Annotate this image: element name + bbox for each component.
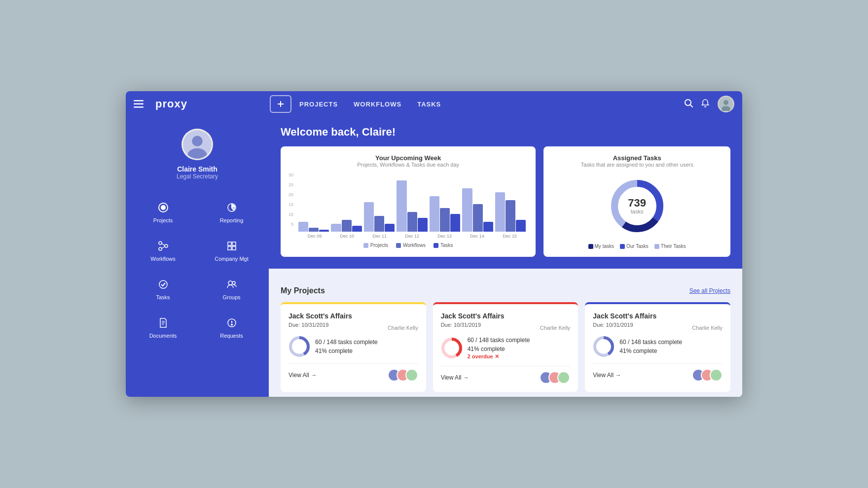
legend-projects-dot	[363, 243, 368, 248]
project-assignee: Charlie Kelly	[388, 325, 418, 331]
project-name: Jack Scott's Affairs	[593, 312, 656, 320]
profile-title: Legal Secretary	[177, 173, 218, 180]
project-progress: 60 / 148 tasks complete 41% complete	[289, 336, 418, 357]
svg-point-31	[231, 324, 232, 325]
nav-actions	[684, 96, 742, 112]
donut-number: 739	[628, 198, 646, 209]
projects-icon	[156, 201, 170, 214]
nav-projects[interactable]: PROJECTS	[299, 101, 338, 108]
bar-tasks	[450, 214, 460, 232]
project-card-header: Jack Scott's Affairs	[593, 312, 723, 320]
add-button[interactable]	[270, 95, 291, 113]
bar-workflows	[374, 216, 384, 232]
project-card-footer: View All →	[441, 366, 571, 384]
progress-info: 60 / 148 tasks complete 41% complete	[619, 338, 682, 355]
bar-group	[397, 180, 427, 232]
sidebar-item-groups[interactable]: Groups	[198, 271, 265, 307]
project-card-header: Jack Scott's Affairs	[289, 312, 418, 320]
sidebar-item-tasks[interactable]: Tasks	[130, 271, 196, 307]
tasks-complete: 60 / 148 tasks complete	[315, 338, 378, 347]
progress-info: 60 / 148 tasks complete 41% complete	[315, 338, 378, 355]
sidebar: Claire Smith Legal Secretary Projects Re…	[126, 117, 269, 397]
bar-chart-columns: Dec 09Dec 10Dec 11Dec 12Dec 13Dec 14Dec …	[296, 173, 528, 239]
content-area: Welcome back, Claire! Your Upcoming Week…	[269, 117, 742, 397]
svg-point-18	[159, 247, 162, 250]
bar-projects	[331, 224, 341, 232]
chart-date-label: Dec 15	[493, 234, 526, 239]
avatar-group	[692, 369, 723, 382]
chart-date-labels: Dec 09Dec 10Dec 11Dec 12Dec 13Dec 14Dec …	[296, 234, 528, 239]
bar-group	[495, 192, 526, 232]
welcome-title: Welcome back, Claire!	[281, 126, 730, 139]
sidebar-groups-label: Groups	[222, 294, 240, 300]
bar-projects	[430, 196, 439, 232]
donut-container: 739 tasks My tasks	[551, 173, 723, 249]
bar-projects	[364, 202, 374, 232]
project-card-footer: View All →	[289, 363, 418, 382]
svg-rect-21	[228, 246, 231, 250]
project-card: Jack Scott's Affairs Due: 10/31/2019 Cha…	[585, 302, 730, 392]
notification-icon[interactable]	[701, 99, 710, 110]
sidebar-item-documents[interactable]: Documents	[130, 309, 196, 346]
sidebar-item-company-mgt[interactable]: Company Mgt	[198, 232, 265, 269]
reporting-icon	[225, 201, 239, 214]
dashboard-top: Your Upcoming Week Projects, Workflows &…	[281, 146, 730, 257]
user-avatar[interactable]	[718, 96, 734, 112]
svg-rect-0	[134, 100, 144, 102]
svg-rect-2	[134, 106, 144, 108]
view-all-link[interactable]: View All →	[593, 372, 621, 379]
view-all-link[interactable]: View All →	[441, 374, 469, 381]
chart-date-label: Dec 10	[331, 234, 363, 239]
sidebar-item-requests[interactable]: Requests	[198, 309, 265, 346]
bar-chart-area: 30 25 20 15 10 5 Dec 09Dec 10Dec 11Dec 1	[289, 173, 528, 239]
progress-info: 60 / 148 tasks complete 41% complete 2 o…	[468, 336, 530, 360]
company-mgt-icon	[225, 239, 239, 253]
sidebar-item-workflows[interactable]: Workflows	[130, 232, 196, 269]
nav-tasks[interactable]: TASKS	[417, 101, 441, 108]
project-card: Jack Scott's Affairs Due: 10/31/2019 Cha…	[281, 302, 426, 392]
sidebar-reporting-label: Reporting	[220, 217, 244, 223]
sidebar-profile: Claire Smith Legal Secretary	[177, 129, 218, 180]
bar-projects	[495, 192, 505, 232]
legend-tasks: Tasks	[434, 243, 453, 248]
sidebar-item-reporting[interactable]: Reporting	[198, 194, 265, 230]
sidebar-item-projects[interactable]: Projects	[130, 194, 196, 230]
legend-workflows-dot	[396, 243, 401, 248]
profile-name: Claire Smith	[177, 165, 217, 173]
bar-tasks	[352, 226, 362, 232]
percent-complete: 41% complete	[619, 347, 682, 355]
see-all-projects-link[interactable]: See all Projects	[689, 287, 730, 294]
svg-point-11	[192, 136, 202, 146]
hamburger-icon[interactable]	[126, 100, 151, 108]
my-projects-title: My Projects	[281, 286, 325, 295]
nav-workflows[interactable]: WORKFLOWS	[354, 101, 401, 108]
upcoming-week-card: Your Upcoming Week Projects, Workflows &…	[281, 146, 536, 257]
bar-projects	[462, 188, 472, 232]
svg-point-24	[228, 281, 232, 285]
svg-rect-22	[232, 246, 236, 250]
legend-workflows: Workflows	[396, 243, 426, 248]
chart-date-label: Dec 13	[429, 234, 461, 239]
donut-legend-my-tasks: My tasks	[588, 244, 614, 249]
search-icon[interactable]	[684, 99, 693, 110]
sidebar-documents-label: Documents	[149, 333, 177, 339]
mini-donut	[441, 337, 463, 359]
bar-workflows	[473, 204, 483, 232]
chart-date-label: Dec 14	[461, 234, 494, 239]
view-all-link[interactable]: View All →	[289, 372, 317, 379]
bar-group	[364, 202, 395, 232]
legend-tasks-dot	[434, 243, 438, 248]
donut-legend-their-tasks: Their Tasks	[654, 244, 686, 249]
svg-point-16	[159, 242, 162, 244]
chart-date-label: Dec 11	[363, 234, 396, 239]
sidebar-projects-label: Projects	[153, 217, 173, 223]
bar-workflows	[342, 220, 352, 232]
app-window: proxy PROJECTS WORKFLOWS TASKS	[126, 91, 742, 397]
bar-tasks	[385, 224, 395, 232]
main-body: Claire Smith Legal Secretary Projects Re…	[126, 117, 742, 397]
tasks-icon	[156, 278, 170, 291]
bar-tasks	[516, 220, 526, 232]
donut-chart: 739 tasks	[608, 176, 667, 236]
tasks-complete: 60 / 148 tasks complete	[619, 338, 682, 347]
svg-rect-20	[232, 242, 236, 245]
